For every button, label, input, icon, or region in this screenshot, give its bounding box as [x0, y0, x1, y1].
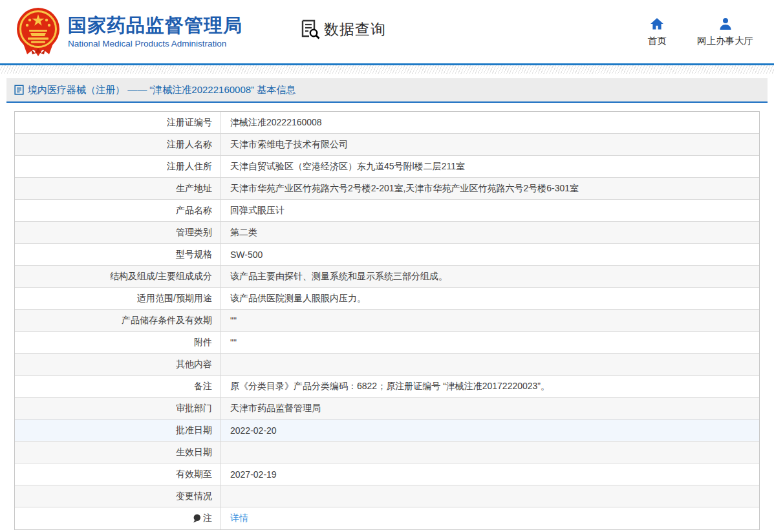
site-subtitle: National Medical Products Administration [68, 39, 242, 48]
main-content: 境内医疗器械（注册） —— “津械注准20222160008” 基本信息 注册证… [0, 74, 774, 530]
row-value-text: 第二类 [230, 227, 257, 239]
row-value-text: 该产品供医院测量人眼眼内压力。 [230, 293, 366, 304]
nav-label: 网上办事大厅 [697, 35, 753, 47]
row-value-text: "" [230, 337, 237, 348]
row-value: 该产品主要由探针、测量系统和显示系统三部分组成。 [221, 266, 759, 287]
bulb-icon [193, 514, 201, 524]
table-row: 批准日期 2022-02-20 [15, 420, 759, 442]
document-icon [14, 85, 24, 95]
row-label-text: 附件 [194, 337, 212, 348]
row-value-text: 该产品主要由探针、测量系统和显示系统三部分组成。 [230, 271, 447, 282]
row-label: 型号规格 [15, 244, 221, 265]
row-label-text: 生产地址 [176, 183, 212, 195]
table-row: 适用范围/预期用途 该产品供医院测量人眼眼内压力。 [15, 288, 759, 310]
row-value: 津械注准20222160008 [221, 112, 759, 133]
row-label: 适用范围/预期用途 [15, 288, 221, 309]
table-row: 型号规格 SW-500 [15, 244, 759, 266]
table-row: 备注 原《分类目录》产品分类编码：6822；原注册证编号 “津械注准201722… [15, 376, 759, 398]
row-value: 天津市索维电子技术有限公司 [221, 134, 759, 155]
row-value: 第二类 [221, 222, 759, 243]
row-label-text: 有效期至 [176, 469, 212, 480]
row-value: 该产品供医院测量人眼眼内压力。 [221, 288, 759, 309]
row-value-text: "" [230, 315, 237, 326]
hatch-pattern-strip [0, 65, 774, 74]
user-icon [718, 16, 733, 32]
nav-item-home[interactable]: 首页 [641, 16, 672, 47]
row-label: 注册人名称 [15, 134, 221, 155]
row-label: 生产地址 [15, 178, 221, 199]
row-value [221, 354, 759, 375]
table-row: 附件 "" [15, 332, 759, 354]
row-value-text: 2022-02-20 [230, 425, 277, 436]
table-row: 结构及组成/主要组成成分 该产品主要由探针、测量系统和显示系统三部分组成。 [15, 266, 759, 288]
details-link[interactable]: 详情 [230, 513, 248, 524]
row-label: 注册人住所 [15, 156, 221, 177]
row-label-text: 变更情况 [176, 491, 212, 502]
row-label: 注册证编号 [15, 112, 221, 133]
row-label-text: 其他内容 [176, 359, 212, 370]
row-value: "" [221, 310, 759, 331]
row-value: 天津自贸试验区（空港经济区）东九道45号附l楼二层211室 [221, 156, 759, 177]
row-label-text: 管理类别 [176, 227, 212, 239]
row-label: 管理类别 [15, 222, 221, 243]
table-row: 生效日期 [15, 442, 759, 463]
row-label-text: 审批部门 [176, 403, 212, 414]
table-row: 注册证编号 津械注准20222160008 [15, 112, 759, 134]
row-value-text: SW-500 [230, 250, 263, 260]
row-value-text: 天津市药品监督管理局 [230, 403, 321, 414]
table-row: 注 详情 [15, 507, 759, 529]
row-label-text: 生效日期 [176, 447, 212, 458]
row-label-text: 产品名称 [176, 205, 212, 217]
row-value [221, 485, 759, 507]
row-value-text: 回弹式眼压计 [230, 205, 285, 217]
row-label-text: 注册证编号 [167, 117, 212, 129]
table-row: 管理类别 第二类 [15, 222, 759, 244]
row-value: 天津市药品监督管理局 [221, 398, 759, 419]
row-value: "" [221, 332, 759, 353]
row-value [221, 442, 759, 463]
info-table: 注册证编号 津械注准20222160008 注册人名称 天津市索维电子技术有限公… [14, 111, 760, 530]
row-label: 产品储存条件及有效期 [15, 310, 221, 331]
row-label-text: 注册人住所 [167, 161, 212, 173]
row-value: SW-500 [221, 244, 759, 265]
breadcrumb: 境内医疗器械（注册） —— “津械注准20222160008” 基本信息 [6, 78, 768, 103]
row-value-text: 原《分类目录》产品分类编码：6822；原注册证编号 “津械注准201722200… [230, 381, 550, 392]
row-value-text: 2027-02-19 [230, 469, 277, 480]
nav-label: 首页 [648, 35, 667, 47]
row-value-text: 天津市华苑产业区竹苑路六号2号楼2-201室,天津市华苑产业区竹苑路六号2号楼6… [230, 183, 579, 195]
logo-text: 国家药品监督管理局 National Medical Products Admi… [68, 15, 242, 48]
header-nav: 首页 网上办事大厅 [641, 16, 753, 47]
row-label-text: 适用范围/预期用途 [137, 293, 212, 304]
row-value: 详情 [221, 507, 759, 529]
table-row: 生产地址 天津市华苑产业区竹苑路六号2号楼2-201室,天津市华苑产业区竹苑路六… [15, 178, 759, 200]
row-label: 有效期至 [15, 463, 221, 485]
row-label: 生效日期 [15, 442, 221, 463]
nav-item-service-hall[interactable]: 网上办事大厅 [697, 16, 753, 47]
row-value-text: 津械注准20222160008 [230, 117, 322, 129]
row-label: 产品名称 [15, 200, 221, 221]
table-row: 变更情况 [15, 485, 759, 507]
row-label: 其他内容 [15, 354, 221, 375]
table-row: 审批部门 天津市药品监督管理局 [15, 398, 759, 420]
document-search-icon [299, 19, 320, 39]
table-row: 有效期至 2027-02-19 [15, 463, 759, 485]
row-value: 回弹式眼压计 [221, 200, 759, 221]
row-label: 批准日期 [15, 420, 221, 441]
data-query-section[interactable]: 数据查询 [299, 19, 386, 39]
row-value-text: 天津自贸试验区（空港经济区）东九道45号附l楼二层211室 [230, 161, 465, 173]
row-value: 2022-02-20 [221, 420, 759, 441]
national-emblem-icon [14, 6, 62, 57]
table-row: 注册人住所 天津自贸试验区（空港经济区）东九道45号附l楼二层211室 [15, 156, 759, 178]
row-label-text: 型号规格 [176, 249, 212, 261]
table-row: 其他内容 [15, 354, 759, 376]
site-title: 国家药品监督管理局 [68, 15, 242, 36]
row-label: 附件 [15, 332, 221, 353]
data-query-label: 数据查询 [324, 19, 386, 39]
row-label: 变更情况 [15, 485, 221, 507]
row-label-text: 注 [203, 513, 212, 524]
row-label-text: 备注 [194, 381, 212, 392]
nmpa-logo[interactable]: 国家药品监督管理局 National Medical Products Admi… [14, 6, 242, 57]
page-title: 境内医疗器械（注册） —— “津械注准20222160008” 基本信息 [28, 84, 296, 96]
row-label-text: 产品储存条件及有效期 [122, 315, 212, 326]
row-label: 备注 [15, 376, 221, 397]
